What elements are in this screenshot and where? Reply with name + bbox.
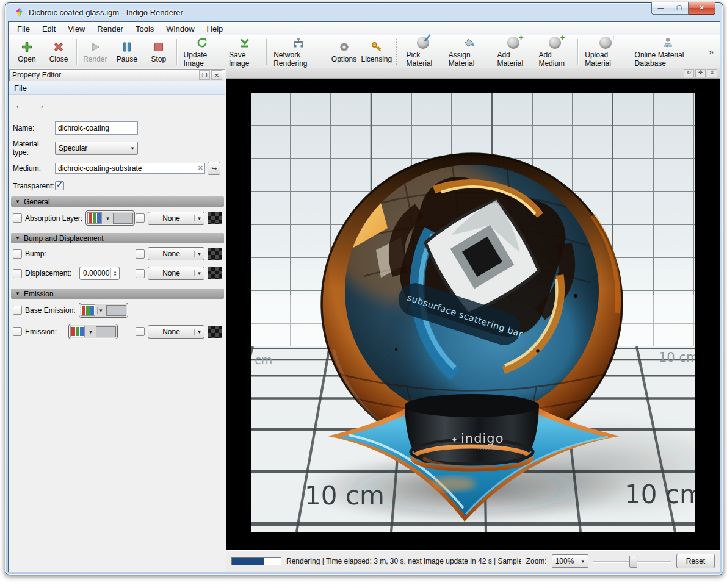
menu-help[interactable]: Help — [201, 23, 230, 35]
title-bar[interactable]: Dichroic coated glass.igm - Indigo Rende… — [5, 3, 723, 21]
absorption-texture-checkbox[interactable] — [136, 213, 145, 223]
section-bump-displacement[interactable]: ▼ Bump and Displacement — [11, 233, 224, 243]
absorption-layer-checkbox[interactable] — [13, 213, 22, 223]
minimize-button[interactable]: — — [651, 2, 670, 15]
back-arrow-icon[interactable]: ← — [15, 99, 25, 112]
emission-texture-checkbox[interactable] — [136, 327, 145, 336]
upload-material-button[interactable]: ↑ Upload Material — [581, 35, 630, 70]
pause-button[interactable]: Pause — [111, 39, 143, 65]
fit-view-icon[interactable]: ⇕ — [707, 69, 717, 77]
stop-button[interactable]: Stop — [143, 39, 175, 65]
emission-texture-select[interactable]: None ▾ — [148, 325, 204, 339]
displacement-checkbox[interactable] — [13, 269, 22, 278]
menu-file[interactable]: File — [11, 23, 36, 35]
color-swatch[interactable] — [106, 305, 126, 316]
texture-preview-checker[interactable] — [208, 326, 222, 338]
chevron-down-icon: ▾ — [128, 145, 137, 151]
menu-render[interactable]: Render — [91, 23, 129, 35]
color-swatch[interactable] — [96, 326, 116, 337]
refresh-view-icon[interactable]: ↻ — [684, 69, 694, 77]
up-arrow-badge-icon: ↑ — [611, 33, 615, 42]
render-canvas[interactable]: 10 cm 10 cm — [226, 79, 720, 550]
add-medium-button[interactable]: + Add Medium — [534, 35, 576, 70]
close-icon: ✕ — [699, 4, 704, 11]
bump-texture-select[interactable]: None ▾ — [148, 247, 204, 260]
chevron-down-icon[interactable]: ▾ — [97, 307, 104, 314]
texture-preview-checker[interactable] — [208, 267, 222, 279]
chevron-down-icon: ▾ — [194, 215, 204, 221]
floor-label-right: 10 cm — [624, 479, 695, 509]
transparent-label: Transparent: — [13, 182, 55, 190]
menu-window[interactable]: Window — [160, 23, 200, 35]
emission-color-group[interactable]: ▾ — [68, 324, 118, 339]
displacement-texture-select[interactable]: None ▾ — [148, 267, 204, 280]
chevron-down-icon: ▾ — [194, 329, 204, 335]
slider-handle[interactable] — [629, 556, 637, 568]
forward-arrow-icon[interactable]: → — [35, 99, 45, 112]
maximize-button[interactable]: ▢ — [670, 2, 689, 15]
goto-medium-button[interactable]: ↪ — [208, 162, 220, 175]
toolbar-drag-handle[interactable] — [396, 39, 399, 65]
bump-checkbox[interactable] — [13, 249, 22, 259]
close-button[interactable]: ✕ — [689, 2, 715, 15]
section-emission[interactable]: ▼ Emission — [11, 289, 224, 299]
panel-menu-file[interactable]: File — [14, 84, 27, 93]
medium-input[interactable] — [55, 163, 205, 174]
open-button[interactable]: Open — [11, 39, 43, 65]
float-panel-icon[interactable]: ❐ — [199, 70, 210, 80]
transparent-checkbox[interactable]: ✓ — [55, 181, 64, 190]
absorption-texture-select[interactable]: None ▾ — [148, 212, 204, 225]
spinner-arrows-icon[interactable]: ▴▾ — [110, 268, 119, 278]
update-image-button[interactable]: Update Image — [179, 35, 225, 70]
pause-icon — [121, 41, 133, 54]
licensing-button[interactable]: Licensing — [360, 39, 394, 65]
close-file-button[interactable]: Close — [43, 39, 74, 65]
bump-texture-checkbox[interactable] — [136, 249, 145, 259]
close-panel-icon[interactable]: ✕ — [211, 70, 222, 80]
add-material-button[interactable]: + Add Material — [493, 35, 534, 70]
absorption-color-group[interactable]: ▾ — [85, 210, 135, 226]
toolbar-overflow-chevron[interactable]: » — [705, 47, 717, 57]
assign-material-button[interactable]: Assign Material — [444, 35, 493, 70]
emission-checkbox[interactable] — [13, 327, 22, 336]
reset-button[interactable]: Reset — [676, 554, 715, 568]
material-add-icon: + — [507, 37, 519, 49]
pick-material-button[interactable]: Pick Material — [402, 35, 444, 70]
displacement-spinner[interactable]: 0.00000 ▴▾ — [79, 267, 120, 280]
menu-view[interactable]: View — [62, 23, 91, 35]
displacement-texture-checkbox[interactable] — [136, 269, 145, 278]
network-rendering-button[interactable]: Network Rendering — [269, 35, 328, 70]
triangle-down-icon: ▼ — [15, 291, 20, 296]
chevron-down-icon[interactable]: ▾ — [87, 329, 94, 335]
render-button[interactable]: Render — [79, 39, 111, 65]
menu-edit[interactable]: Edit — [36, 23, 62, 35]
pan-view-icon[interactable]: ✥ — [695, 69, 706, 77]
emission-label: Emission: — [25, 328, 57, 336]
online-material-database-button[interactable]: Online Material Database — [631, 35, 706, 70]
toolbar-separator — [266, 39, 267, 65]
material-type-select[interactable]: Specular ▾ — [55, 142, 138, 155]
floor-label-far-left: 10 cm — [251, 353, 272, 367]
base-emission-color-group[interactable]: ▾ — [79, 303, 128, 318]
base-emission-checkbox[interactable] — [13, 306, 22, 315]
chevron-down-icon[interactable]: ▾ — [104, 215, 111, 221]
section-general[interactable]: ▼ General — [11, 196, 224, 207]
texture-preview-checker[interactable] — [208, 248, 222, 260]
gear-icon — [338, 41, 350, 54]
material-type-label: Material type: — [13, 140, 55, 157]
render-view-toolbar: ↻ ✥ ⇕ — [226, 68, 720, 79]
menu-tools[interactable]: Tools — [129, 23, 160, 35]
network-icon — [292, 37, 305, 49]
zoom-slider[interactable] — [593, 555, 671, 567]
texture-preview-checker[interactable] — [208, 212, 222, 224]
clear-icon[interactable]: ✕ — [198, 164, 203, 172]
save-image-button[interactable]: Save Image — [225, 35, 264, 70]
options-button[interactable]: Options — [328, 39, 360, 65]
panel-title-bar[interactable]: Property Editor ❐ ✕ — [9, 69, 225, 81]
zoom-select[interactable]: 100% ▾ — [552, 554, 588, 568]
medium-add-icon: + — [549, 37, 561, 49]
color-swatch[interactable] — [113, 213, 133, 224]
main-toolbar: Open Close Render Pause Stop Up — [9, 35, 720, 68]
name-input[interactable] — [55, 121, 138, 135]
panel-title: Property Editor — [12, 71, 198, 79]
